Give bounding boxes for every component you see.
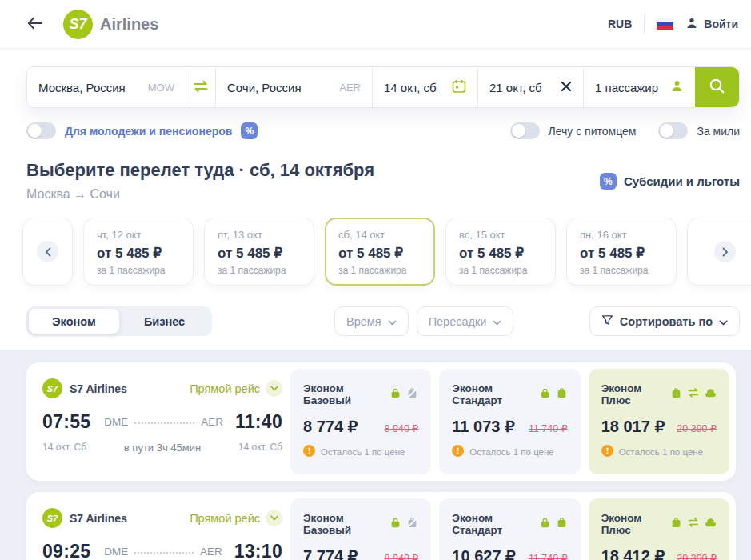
fare-price: 8 774 ₽ [303,417,358,436]
discount-label: Для молодежи и пенсионеров [65,125,232,138]
filter-row: Эконом Бизнес Время Пересадки Сортироват… [26,306,740,336]
chevron-down-icon [266,380,282,397]
return-date-field[interactable]: 21 окт, сб [477,67,583,107]
depart-airport-code: DME [104,416,128,428]
date-card-price: от 5 485 ₽ [459,245,542,262]
depart-time: 07:55 [42,411,90,433]
arrive-airport-code: AER [200,546,222,558]
date-card[interactable]: пн, 16 окт от 5 485 ₽ за 1 пассажира [566,218,677,286]
date-card[interactable]: пт, 13 окт от 5 485 ₽ за 1 пассажира [204,218,314,286]
miles-toggle[interactable] [658,122,688,139]
date-card[interactable]: вс, 15 окт от 5 485 ₽ за 1 пассажира [445,218,556,286]
handbag-icon [389,387,401,402]
login-button[interactable]: Войти [685,17,738,32]
results-header: Выберите перелет туда · сб, 14 октября М… [26,160,740,202]
login-label: Войти [704,18,738,30]
seat-icon [705,387,717,402]
fare-economy-basic[interactable]: Эконом Базовый 7 774 ₽ 8 940 ₽ [290,498,431,560]
depart-date-field[interactable]: 14 окт, сб [372,67,477,107]
chevron-down-icon [493,315,501,328]
direct-flight-expander[interactable]: Прямой рейс [190,380,282,397]
date-carousel: чт, 12 окт от 5 485 ₽ за 1 пассажира пт,… [0,218,751,286]
options-row: Для молодежи и пенсионеров % Лечу с пито… [26,122,740,139]
airline-name: S7 Airlines [70,512,127,525]
page-title: Выберите перелет туда · сб, 14 октября [26,160,374,181]
destination-code: AER [339,82,361,94]
flight-summary: S7 S7 Airlines Прямой рейс 09:25 DME AER… [42,498,282,560]
sort-dropdown[interactable]: Сортировать по [589,306,740,336]
fare-price: 11 073 ₽ [452,417,514,436]
airline-name: S7 Airlines [70,382,127,395]
top-bar: S7 Airlines RUB Войти [0,0,751,49]
no-baggage-icon [406,387,418,402]
direct-flight-expander[interactable]: Прямой рейс [190,510,282,526]
percent-badge-icon: % [241,122,258,139]
search-button[interactable] [695,67,739,107]
warning-icon [452,445,464,458]
fare-economy-standard[interactable]: Эконом Стандарт 11 073 ₽ 11 740 ₽ [439,369,580,474]
language-flag-icon[interactable] [657,18,673,30]
warning-icon [601,445,613,458]
time-filter-dropdown[interactable]: Время [334,306,409,336]
discount-toggle[interactable] [26,122,56,139]
depart-time: 09:25 [42,541,90,560]
fare-old-price: 11 740 ₽ [529,552,568,560]
chevron-down-icon [719,315,728,328]
date-card-day: чт, 12 окт [97,229,180,241]
fare-price: 18 017 ₽ [601,417,665,436]
back-button[interactable] [24,14,46,35]
user-icon [685,17,698,32]
pet-option: Лечу с питомцем [510,122,637,139]
passengers-field[interactable]: 1 пассажир [583,67,695,107]
date-card-price: от 5 485 ₽ [338,245,421,262]
pet-label: Лечу с питомцем [549,125,637,138]
fare-economy-standard[interactable]: Эконом Стандарт 10 627 ₽ 11 740 ₽ [439,498,580,560]
fare-name: Эконом Базовый [303,512,389,536]
fare-old-price: 8 940 ₽ [385,422,419,434]
tab-business[interactable]: Бизнес [119,309,210,334]
fare-economy-plus[interactable]: Эконом Плюс 18 412 ₽ 20 390 ₽ [589,498,729,560]
flight-duration: в пути 3ч 45мин [124,442,201,454]
destination-city: Сочи, Россия [227,81,302,94]
fare-availability-note: Осталось 1 по цене [469,447,553,457]
brand: S7 Airlines [63,10,158,39]
search-bar: Москва, Россия MOW Сочи, Россия AER 14 о… [26,66,740,108]
pet-toggle[interactable] [510,122,540,139]
handbag-icon [539,387,551,402]
route-line [134,552,194,554]
miles-label: За мили [697,125,740,138]
subsidies-link[interactable]: % Субсидии и льготы [600,173,740,190]
seat-icon [705,517,717,532]
miles-option: За мили [658,122,740,139]
fare-economy-plus[interactable]: Эконом Плюс 18 017 ₽ 20 390 ₽ [589,369,729,474]
calendar-icon [452,79,466,96]
date-card-price: от 5 485 ₽ [580,245,663,262]
handbag-icon [539,517,551,532]
results-list: S7 S7 Airlines Прямой рейс 07:55 DME AER… [0,350,751,560]
passengers-value: 1 пассажир [595,81,658,94]
transfers-filter-dropdown[interactable]: Пересадки [417,306,514,336]
carousel-prev-button[interactable] [22,218,73,286]
origin-field[interactable]: Москва, Россия MOW [27,67,186,107]
s7-logo-icon: S7 [42,378,62,398]
fare-old-price: 8 940 ₽ [385,552,419,560]
exchange-icon [687,517,700,531]
destination-field[interactable]: Сочи, Россия AER [215,67,372,107]
tab-economy[interactable]: Эконом [29,309,119,334]
direct-flight-label: Прямой рейс [190,512,260,525]
currency-selector[interactable]: RUB [608,18,632,30]
baggage-icon [670,387,682,402]
date-card-selected[interactable]: сб, 14 окт от 5 485 ₽ за 1 пассажира [325,218,435,286]
fare-economy-basic[interactable]: Эконом Базовый 8 774 ₽ 8 940 ₽ [290,369,431,474]
clear-return-icon[interactable] [561,81,572,94]
exchange-icon [687,387,700,402]
swap-direction-button[interactable] [186,67,215,107]
carousel-next-button[interactable] [687,218,751,286]
date-card-day: пт, 13 окт [218,229,301,241]
discount-option: Для молодежи и пенсионеров % [26,122,258,139]
fare-name: Эконом Базовый [303,382,389,406]
date-card-per-passenger: за 1 пассажира [218,265,301,276]
flight-card: S7 S7 Airlines Прямой рейс 09:25 DME AER… [26,492,736,560]
depart-date: 14 окт, Сб [42,442,86,454]
date-card[interactable]: чт, 12 окт от 5 485 ₽ за 1 пассажира [83,218,194,286]
